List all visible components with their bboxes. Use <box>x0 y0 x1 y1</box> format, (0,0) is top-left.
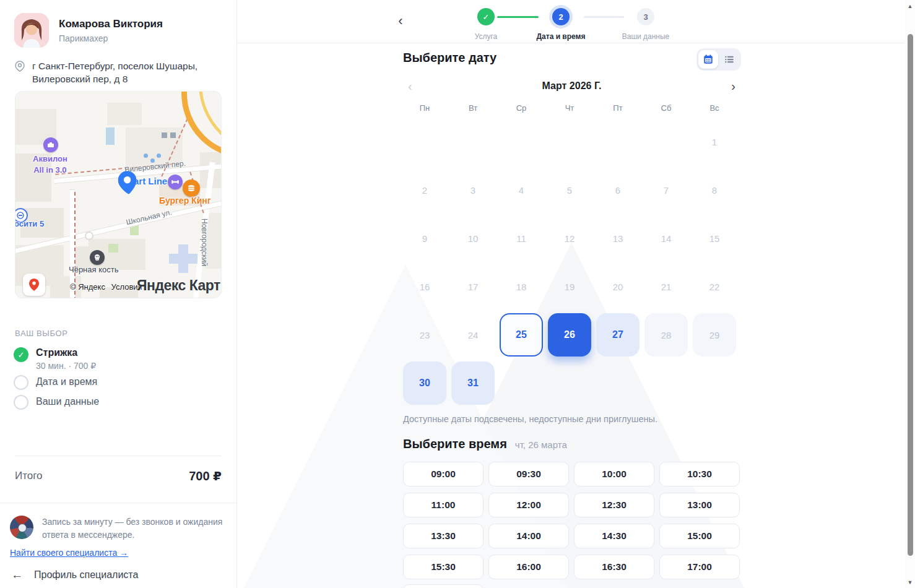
map-street-novgorodsky: Новгородский <box>200 218 209 266</box>
time-slot[interactable]: 09:30 <box>488 462 569 486</box>
selection-item-service: ✓ Стрижка 30 мин. · 700 ₽ <box>14 347 96 371</box>
day-cell: 21 <box>644 265 688 308</box>
day-cell: 14 <box>644 217 688 260</box>
prev-month-button[interactable]: ‹ <box>408 79 412 93</box>
time-slot[interactable]: 11:00 <box>403 493 484 517</box>
month-label: Март 2026 Г. <box>542 80 602 92</box>
selection-item-userdata: Ваши данные <box>14 395 99 410</box>
selection-title: ВАШ ВЫБОР <box>15 329 68 338</box>
day-cell: 12 <box>548 217 591 260</box>
weekday-label: Вс <box>693 103 736 113</box>
day-cell: 16 <box>403 265 446 308</box>
day-cell: 11 <box>500 217 543 260</box>
day-cell: 8 <box>693 168 736 212</box>
day-cell[interactable]: 27 <box>596 313 640 357</box>
map-geolocation-button[interactable] <box>23 274 45 296</box>
address-text: г Санкт-Петербург, поселок Шушары, Вилер… <box>32 59 219 86</box>
time-slot[interactable]: 12:00 <box>488 493 569 517</box>
month-navigation: ‹ Март 2026 Г. › <box>403 77 740 95</box>
time-slot[interactable]: 14:00 <box>488 524 569 548</box>
day-cell: 17 <box>451 265 495 308</box>
selection-datetime-label: Дата и время <box>36 375 97 390</box>
map-poi-chernaya-icon <box>90 250 105 265</box>
back-button[interactable]: ‹ <box>392 12 409 30</box>
day-cell[interactable]: 30 <box>403 361 446 405</box>
map-attribution: © Яндекс Условия <box>70 282 142 292</box>
time-slot[interactable]: 15:00 <box>659 524 740 548</box>
selection-userdata-label: Ваши данные <box>36 395 99 410</box>
step-userdata-label: Ваши данные <box>605 32 686 41</box>
time-slot[interactable]: 13:00 <box>659 493 740 517</box>
scroll-down-arrow[interactable]: ▼ <box>905 579 915 586</box>
weekday-label: Пн <box>403 103 446 113</box>
radio-empty-icon <box>14 375 28 390</box>
specialist-role: Парикмахер <box>59 33 163 43</box>
day-cell: 15 <box>693 217 736 260</box>
time-slot[interactable]: 13:30 <box>403 524 484 548</box>
weekday-label: Сб <box>644 103 688 113</box>
weekday-label: Пт <box>596 103 640 113</box>
step-userdata-number: 3 <box>637 8 654 25</box>
time-slot[interactable]: 10:30 <box>659 462 740 486</box>
calendar-view-button[interactable] <box>698 50 718 69</box>
time-slot[interactable]: 10:00 <box>574 462 654 486</box>
day-cell: 2 <box>403 168 446 212</box>
service-logo-icon <box>10 516 33 539</box>
total-row: Итого 700 ₽ <box>15 456 222 483</box>
day-cell[interactable]: 26 <box>548 313 591 357</box>
time-slot-grid: 09:0009:3010:0010:3011:0012:0012:3013:00… <box>403 462 740 579</box>
day-cell: 9 <box>403 217 446 260</box>
promo-text: Запись за минуту — без звонков и ожидани… <box>42 516 227 542</box>
step-datetime-number: 2 <box>552 8 570 25</box>
next-month-button[interactable]: › <box>731 79 735 93</box>
map-poi-ositi-label: осити 5 <box>15 219 44 228</box>
avatar <box>14 13 49 48</box>
day-cell[interactable]: 31 <box>451 361 495 405</box>
map-street-shkolnaya: Школьная ул. <box>125 208 172 227</box>
step-userdata: 3 Ваши данные <box>605 8 686 41</box>
time-slot[interactable]: 15:30 <box>403 555 484 579</box>
check-circle-icon: ✓ <box>14 347 28 362</box>
map-copyright: © Яндекс <box>70 282 105 292</box>
day-cell: 6 <box>596 168 640 212</box>
time-slot[interactable]: 14:30 <box>574 524 654 548</box>
time-section-header: Выберите время чт, 26 марта <box>403 437 567 451</box>
time-slot[interactable]: 17:00 <box>659 555 740 579</box>
selection-service-label: Стрижка <box>36 347 96 358</box>
day-cell[interactable]: 25 <box>500 313 543 357</box>
day-cell: 3 <box>451 168 495 212</box>
map-poi-burgerking-icon <box>183 179 200 197</box>
day-cell: 10 <box>451 217 495 260</box>
time-slot[interactable]: 12:30 <box>574 493 654 517</box>
map-poi-chernaya-label: Чёрная кость <box>69 265 118 274</box>
back-to-profile-link[interactable]: ← Профиль специалиста <box>11 568 138 582</box>
day-cell: 24 <box>451 313 495 357</box>
location-pin-icon <box>15 61 25 86</box>
scroll-up-arrow[interactable]: ▲ <box>905 3 915 9</box>
list-view-button[interactable] <box>719 50 739 69</box>
sidebar: Комарова Виктория Парикмахер г Санкт-Пет… <box>0 0 237 588</box>
scrollbar: ▲ ▼ <box>905 0 915 588</box>
weekday-label: Чт <box>548 103 591 113</box>
day-cell: 28 <box>644 313 688 357</box>
step-check-icon: ✓ <box>477 8 495 25</box>
back-to-profile-label: Профиль специалиста <box>34 569 138 581</box>
weekday-header: ПнВтСрЧтПтСбВс <box>403 103 736 113</box>
selection-item-datetime: Дата и время <box>14 375 97 390</box>
map-poi-akvilon-icon <box>43 137 58 152</box>
day-cell: 22 <box>693 265 736 308</box>
time-slot[interactable]: 16:00 <box>488 555 569 579</box>
time-slot[interactable]: 09:00 <box>403 462 484 486</box>
day-cell: 19 <box>548 265 591 308</box>
day-cell: 23 <box>403 313 446 357</box>
time-slot-partial[interactable] <box>403 584 484 588</box>
time-slot[interactable]: 16:30 <box>574 555 654 579</box>
map-poi-akvilon-label: Аквилон All in 3.0 <box>33 153 67 175</box>
scrollbar-thumb[interactable] <box>908 34 913 556</box>
find-specialist-link[interactable]: Найти своего специалиста → <box>10 548 128 558</box>
map[interactable]: Вилеровский пер. Школьная ул. Новгородск… <box>15 91 222 298</box>
step-service-label: Услуга <box>446 32 526 41</box>
step-service: ✓ Услуга <box>446 8 526 41</box>
date-section-title: Выберите дату <box>403 51 497 65</box>
day-cell: 13 <box>596 217 640 260</box>
